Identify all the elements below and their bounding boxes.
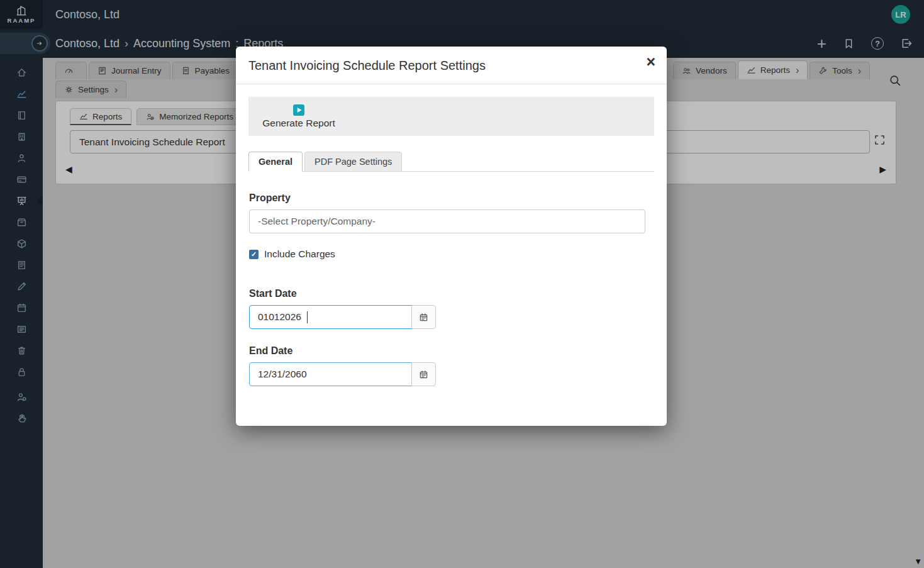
- start-date-group: [249, 305, 436, 329]
- generate-report-button[interactable]: Generate Report: [255, 104, 343, 129]
- modal-body: Property -Select Property/Company- ✓ Inc…: [236, 192, 667, 386]
- modal-tab-general[interactable]: General: [248, 152, 303, 172]
- end-date-calendar-button[interactable]: [411, 362, 436, 386]
- app-screen: RAAMP Contoso, Ltd LR Contoso, Ltd › Acc…: [0, 0, 924, 568]
- include-charges-label: Include Charges: [264, 248, 335, 260]
- start-date-calendar-button[interactable]: [411, 305, 436, 329]
- calendar-icon: [419, 313, 428, 322]
- property-select[interactable]: -Select Property/Company-: [249, 209, 645, 233]
- start-date-label: Start Date: [249, 288, 654, 299]
- modal-tabs: General PDF Page Settings: [248, 152, 654, 172]
- modal-header: Tenant Invoicing Schedule Report Setting…: [236, 47, 667, 84]
- modal-title: Tenant Invoicing Schedule Report Setting…: [248, 58, 654, 73]
- end-date-group: [249, 362, 436, 386]
- calendar-icon: [419, 370, 428, 379]
- scrollbar-down-arrow[interactable]: ▼: [914, 557, 922, 566]
- generate-report-label: Generate Report: [262, 118, 335, 129]
- play-icon: [293, 104, 304, 116]
- end-date-label: End Date: [249, 345, 654, 357]
- generate-toolbar: Generate Report: [248, 97, 654, 136]
- close-icon[interactable]: ×: [646, 54, 655, 70]
- property-label: Property: [249, 192, 654, 204]
- report-settings-modal: Tenant Invoicing Schedule Report Setting…: [236, 47, 667, 426]
- end-date-input[interactable]: [249, 362, 412, 386]
- include-charges-checkbox[interactable]: ✓: [249, 250, 259, 259]
- text-cursor: [307, 311, 308, 323]
- start-date-input[interactable]: [249, 305, 412, 329]
- modal-tab-pdf-settings[interactable]: PDF Page Settings: [304, 152, 402, 172]
- include-charges-row: ✓ Include Charges: [249, 248, 654, 260]
